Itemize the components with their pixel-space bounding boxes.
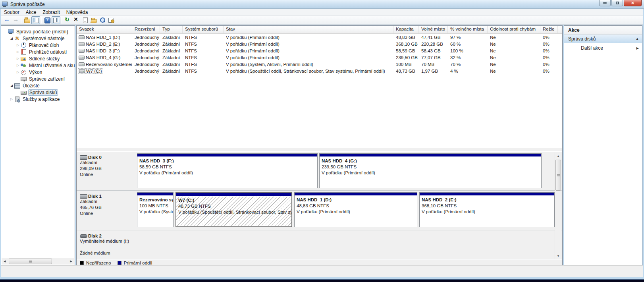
scrollbar-thumb[interactable]: [555, 160, 561, 191]
volume-name: NAS HDD_2 (E:): [78, 42, 121, 46]
expander-collapsed-icon[interactable]: ▷: [15, 57, 20, 60]
disk-pane-vertical-scrollbar[interactable]: ▲ ▼: [555, 153, 561, 259]
cell-name: NAS HDD_2 (E:): [77, 42, 132, 46]
menu-item-akce[interactable]: Akce: [23, 9, 40, 16]
disk-info-line: [80, 244, 134, 250]
table-row-rezervov-no-syst-mem[interactable]: Rezervováno systémemJednoduchýZákladníNT…: [77, 61, 562, 68]
expander-collapsed-icon[interactable]: ▷: [15, 64, 20, 67]
column-header-svazek[interactable]: Svazek: [77, 26, 132, 33]
sidebar-item-m-stn-u-ivatel-a-skupiny[interactable]: ▷Místní uživatelé a skupiny: [1, 62, 75, 69]
cell-fs: NTFS: [183, 35, 224, 40]
cell-status: V pořádku (Primární oddíl): [224, 42, 393, 46]
disk-label-disk-1[interactable]: Disk 1Základní465,76 GBOnline: [78, 191, 136, 230]
tree-horizontal-scrollbar[interactable]: ◀ ▶: [2, 258, 74, 265]
scroll-up-icon[interactable]: ▲: [555, 153, 561, 159]
expander-collapsed-icon[interactable]: ▷: [15, 43, 20, 47]
expander-expanded-icon[interactable]: ◢: [9, 37, 14, 40]
volume-name-label: W7 (C:): [86, 69, 102, 73]
tree-item-label: Správce zařízení: [28, 76, 66, 82]
partition-nas-hdd-4-g[interactable]: NAS HDD_4 (G:)239,50 GB NTFSV pořádku (P…: [319, 153, 542, 188]
actions-item-more-actions[interactable]: Další akce ▶: [564, 43, 642, 53]
console-settings-button[interactable]: [107, 16, 116, 24]
column-header-kapacita[interactable]: Kapacita: [393, 26, 419, 33]
table-row-nas-hdd-1-d[interactable]: NAS HDD_1 (D:)JednoduchýZákladníNTFSV po…: [77, 34, 562, 41]
cell-status: V pořádku (Primární oddíl): [224, 35, 393, 40]
volume-icon: [79, 62, 85, 66]
sidebar-item-pl-nova-loh[interactable]: ▷Plánovač úloh: [1, 42, 75, 48]
delete-button[interactable]: [72, 16, 81, 24]
column-header-typ[interactable]: Typ: [160, 26, 183, 33]
column-header-re-ie[interactable]: Režie: [540, 26, 558, 33]
column-header-odolnost-proti-chyb-m[interactable]: Odolnost proti chybám: [488, 26, 540, 33]
expander-expanded-icon[interactable]: ◢: [9, 84, 14, 87]
legend-swatch-prim-rn-odd-l: [118, 261, 121, 265]
sidebar-item-v-kon[interactable]: ▷Výkon: [1, 69, 75, 75]
sidebar-item-prohl-e-ud-lost[interactable]: ▷Prohlížeč událostí: [1, 48, 75, 55]
table-row-nas-hdd-3-f[interactable]: NAS HDD_3 (F:)JednoduchýZákladníNTFSV po…: [77, 47, 562, 54]
actions-panel: Akce Správa disků ▲ Další akce ▶: [564, 25, 642, 265]
refresh-button[interactable]: [63, 16, 72, 24]
partition-nas-hdd-2-e[interactable]: NAS HDD_2 (E:)368,10 GB NTFSV pořádku (P…: [419, 192, 555, 227]
menu-item-soubor[interactable]: Soubor: [1, 9, 23, 16]
partition-nas-hdd-1-d[interactable]: NAS HDD_1 (D:)48,83 GB NTFSV pořádku (Pr…: [294, 192, 417, 227]
show-action-pane-button[interactable]: [52, 16, 60, 24]
menu-item-n-pov-da[interactable]: Nápověda: [63, 9, 91, 16]
scroll-right-icon[interactable]: ▶: [68, 258, 74, 265]
disk-label-disk-0[interactable]: Disk 0Základní298,09 GBOnline: [78, 152, 136, 190]
sidebar-item-slu-by-a-aplikace[interactable]: ▷Služby a aplikace: [1, 96, 75, 102]
scroll-down-icon[interactable]: ▼: [555, 253, 561, 259]
table-row-w7-c[interactable]: W7 (C:)JednoduchýZákladníNTFSV pořádku (…: [77, 68, 562, 74]
delete-icon: [73, 17, 79, 23]
partition-size: 58,59 GB NTFS: [139, 164, 315, 170]
tree-item-label: Správa počítače (místní): [15, 29, 69, 35]
expander-collapsed-icon[interactable]: ▷: [15, 50, 20, 54]
column-header-syst-m-soubor[interactable]: Systém souborů: [183, 26, 224, 33]
scroll-left-icon[interactable]: ◀: [2, 258, 8, 265]
find-button[interactable]: [98, 16, 107, 24]
properties-button[interactable]: [81, 16, 89, 24]
back-button[interactable]: [2, 16, 11, 24]
table-row-nas-hdd-4-g[interactable]: NAS HDD_4 (G:)JednoduchýZákladníNTFSV po…: [77, 54, 562, 61]
column-header-voln-m-sto[interactable]: Volné místo: [419, 26, 448, 33]
partition-w7-c[interactable]: W7 (C:)48,73 GB NTFSV pořádku (Spouštěcí…: [175, 192, 292, 227]
back-icon: [4, 17, 10, 23]
sidebar-item-spr-va-disk[interactable]: Správa disků: [1, 89, 75, 96]
sidebar-item-syst-mov-n-stroje[interactable]: ◢Systémové nástroje: [1, 35, 75, 42]
partition-status: V pořádku (Primární oddíl): [139, 170, 315, 176]
sidebar-item-sd-len-slo-ky[interactable]: ▷Sdílené složky: [1, 55, 75, 62]
cell-layout: Jednoduchý: [132, 55, 160, 60]
restore-button[interactable]: [611, 0, 623, 6]
legend-label: Nepřiřazeno: [86, 261, 111, 265]
collapse-arrow-icon[interactable]: ▲: [636, 37, 639, 41]
close-button[interactable]: ✕: [624, 0, 642, 6]
sidebar-item-spr-vce-za-zen[interactable]: Správce zařízení: [1, 75, 75, 82]
disk-label-disk-2[interactable]: Disk 2Vyměnitelné médium (I:) Žádné médi…: [78, 230, 136, 259]
column-header-rozvr-en[interactable]: Rozvržení: [132, 26, 160, 33]
cell-free_pct: 32 %: [448, 55, 488, 60]
open-folder-button[interactable]: [89, 16, 98, 24]
sidebar-item-lo-i-t[interactable]: ◢Úložiště: [1, 82, 75, 89]
scrollbar-thumb[interactable]: [9, 259, 52, 264]
menu-item-zobrazit[interactable]: Zobrazit: [39, 9, 63, 16]
partition-status: V pořádku (Systém, Aktivní, Primární odd…: [139, 209, 171, 215]
actions-group-disk-management[interactable]: Správa disků ▲: [564, 35, 642, 43]
cell-name: W7 (C:): [77, 68, 132, 74]
column-header-stav[interactable]: Stav: [224, 26, 393, 33]
expander-collapsed-icon[interactable]: ▷: [15, 70, 20, 74]
cell-type: Základní: [160, 42, 183, 46]
column-header-voln-ho-m-sta[interactable]: % volného místa: [448, 26, 488, 33]
partition-name: NAS HDD_1 (D:): [297, 197, 415, 203]
partition-nas-hdd-3-f[interactable]: NAS HDD_3 (F:)58,59 GB NTFSV pořádku (Pr…: [137, 153, 318, 188]
help-button[interactable]: [43, 16, 52, 24]
cell-overhead: 0%: [540, 42, 558, 46]
sidebar-item-spr-va-po-ta-e-m-stn[interactable]: Správa počítače (místní): [1, 28, 75, 35]
minimize-button[interactable]: [599, 0, 611, 6]
partition-area: Rezervováno systémem100 MB NTFSV pořádku…: [137, 191, 553, 230]
partition-legend: NepřiřazenoPrimární oddíl: [77, 259, 562, 266]
expander-collapsed-icon[interactable]: ▷: [9, 97, 14, 101]
table-row-nas-hdd-2-e[interactable]: NAS HDD_2 (E:)JednoduchýZákladníNTFSV po…: [77, 41, 562, 47]
forward-button[interactable]: [11, 16, 20, 24]
partition-rezervov-no-syst-mem[interactable]: Rezervováno systémem100 MB NTFSV pořádku…: [137, 192, 174, 227]
up-folder-button[interactable]: [23, 16, 31, 24]
show-console-tree-button[interactable]: [31, 16, 40, 24]
